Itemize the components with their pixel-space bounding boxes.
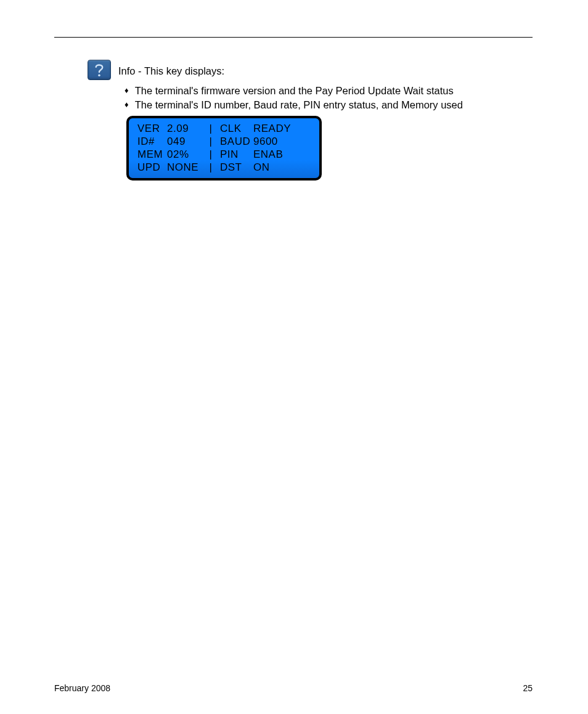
help-icon <box>88 60 111 80</box>
list-item-text: The terminal's ID number, Baud rate, PIN… <box>135 98 463 112</box>
lcd-value: READY <box>253 122 313 135</box>
content-block: Info - This key displays: ♦ The terminal… <box>88 60 533 181</box>
lcd-separator: | <box>202 122 220 135</box>
lcd-row: VER 2.09 | CLK READY <box>137 122 313 135</box>
lcd-label: BAUD <box>220 135 253 148</box>
lcd-value: 2.09 <box>167 122 202 135</box>
lcd-label: PIN <box>220 148 253 161</box>
lcd-value: ENAB <box>253 148 313 161</box>
footer-page-number: 25 <box>523 683 533 693</box>
diamond-bullet-icon: ♦ <box>125 99 129 110</box>
bullet-list: ♦ The terminal's firmware version and th… <box>125 84 533 112</box>
document-page: Info - This key displays: ♦ The terminal… <box>0 0 588 714</box>
lcd-label: UPD <box>137 161 167 174</box>
lcd-separator: | <box>202 148 220 161</box>
lcd-label: VER <box>137 122 167 135</box>
info-row: Info - This key displays: <box>88 60 533 80</box>
lcd-value: 049 <box>167 135 202 148</box>
lcd-row: UPD NONE | DST ON <box>137 161 313 174</box>
lcd-value: NONE <box>167 161 202 174</box>
lcd-label: MEM <box>137 148 167 161</box>
lcd-separator: | <box>202 135 220 148</box>
footer-date: February 2008 <box>54 683 110 693</box>
lcd-label: CLK <box>220 122 253 135</box>
list-item: ♦ The terminal's ID number, Baud rate, P… <box>125 98 533 112</box>
page-footer: February 2008 25 <box>54 683 533 693</box>
info-heading: Info - This key displays: <box>118 62 224 78</box>
lcd-value: 9600 <box>253 135 313 148</box>
svg-point-0 <box>98 74 100 76</box>
lcd-value: 02% <box>167 148 202 161</box>
lcd-display-wrap: VER 2.09 | CLK READY ID# 049 | BAUD 9600… <box>126 116 533 181</box>
list-item-text: The terminal's firmware version and the … <box>135 84 454 97</box>
horizontal-rule <box>54 37 533 38</box>
lcd-label: DST <box>220 161 253 174</box>
lcd-row: ID# 049 | BAUD 9600 <box>137 135 313 148</box>
diamond-bullet-icon: ♦ <box>125 85 129 96</box>
list-item: ♦ The terminal's firmware version and th… <box>125 84 533 97</box>
lcd-display: VER 2.09 | CLK READY ID# 049 | BAUD 9600… <box>126 116 322 181</box>
lcd-separator: | <box>202 161 220 174</box>
lcd-value: ON <box>253 161 313 174</box>
lcd-label: ID# <box>137 135 167 148</box>
lcd-row: MEM 02% | PIN ENAB <box>137 148 313 161</box>
question-mark-icon <box>94 63 105 78</box>
